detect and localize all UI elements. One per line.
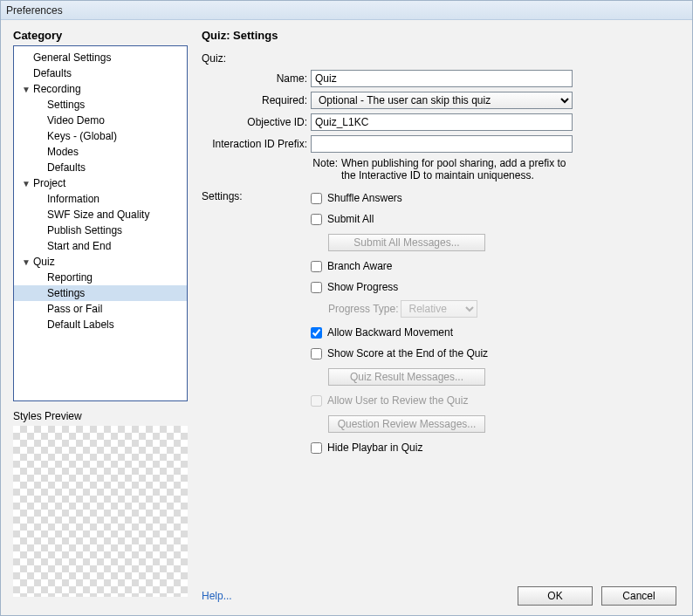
name-input[interactable]: [311, 70, 573, 87]
tree-item-start-end[interactable]: Start and End: [14, 238, 187, 254]
allow-review-checkbox: [311, 395, 322, 407]
category-tree[interactable]: General Settings Defaults ▼Recording Set…: [13, 45, 188, 401]
show-score-row[interactable]: Show Score at the End of the Quiz: [311, 346, 680, 361]
interaction-prefix-input[interactable]: [311, 135, 573, 153]
quiz-subheader: Quiz:: [202, 52, 680, 65]
chevron-down-icon: ▼: [21, 179, 31, 188]
submit-all-label: Submit All: [327, 213, 374, 225]
tree-item-pass-fail[interactable]: Pass or Fail: [14, 301, 187, 317]
allow-backward-checkbox[interactable]: [311, 327, 322, 339]
settings-label: Settings:: [202, 190, 311, 461]
dialog-footer: Help... OK Cancel: [1, 577, 692, 615]
cancel-button[interactable]: Cancel: [601, 586, 676, 606]
tree-item-quiz-settings[interactable]: Settings: [14, 285, 187, 301]
category-title: Category: [13, 29, 188, 42]
tree-item-recording[interactable]: ▼Recording: [14, 81, 187, 97]
tree-item-default-labels[interactable]: Default Labels: [14, 317, 187, 332]
tree-item-modes[interactable]: Modes: [14, 144, 187, 160]
tree-item-video-demo[interactable]: Video Demo: [14, 113, 187, 128]
tree-item-project[interactable]: ▼Project: [14, 175, 187, 191]
allow-backward-label: Allow Backward Movement: [327, 326, 453, 339]
submit-all-checkbox[interactable]: [311, 214, 322, 225]
progress-type-row: Progress Type: Relative: [328, 300, 680, 318]
branch-aware-label: Branch Aware: [327, 260, 393, 272]
allow-review-label: Allow User to Review the Quiz: [327, 394, 468, 407]
hide-playbar-row[interactable]: Hide Playbar in Quiz: [311, 440, 680, 455]
tree-item-keys-global[interactable]: Keys - (Global): [14, 128, 187, 144]
submit-all-row[interactable]: Submit All: [311, 211, 680, 227]
allow-review-row: Allow User to Review the Quiz: [311, 393, 680, 408]
show-progress-label: Show Progress: [327, 281, 398, 293]
branch-aware-row[interactable]: Branch Aware: [311, 258, 680, 274]
question-review-messages-button: Question Review Messages...: [328, 415, 485, 433]
quiz-result-messages-button: Quiz Result Messages...: [328, 368, 485, 386]
shuffle-answers-checkbox[interactable]: [311, 193, 322, 204]
preferences-window: Preferences Category General Settings De…: [0, 0, 693, 616]
chevron-down-icon: ▼: [21, 257, 31, 267]
progress-type-label: Progress Type:: [328, 303, 398, 315]
settings-controls: Shuffle Answers Submit All Submit All Me…: [311, 190, 680, 461]
styles-preview-panel: [13, 426, 188, 597]
name-label: Name:: [202, 72, 311, 85]
ok-button[interactable]: OK: [518, 586, 593, 606]
shuffle-answers-row[interactable]: Shuffle Answers: [311, 190, 680, 206]
tree-item-recording-defaults[interactable]: Defaults: [14, 160, 187, 175]
shuffle-answers-label: Shuffle Answers: [327, 192, 402, 204]
tree-item-quiz[interactable]: ▼Quiz: [14, 254, 187, 270]
main-panel: Quiz: Settings Quiz: Name: Required: Opt…: [198, 29, 680, 577]
allow-backward-row[interactable]: Allow Backward Movement: [311, 325, 680, 340]
content-area: Category General Settings Defaults ▼Reco…: [1, 20, 692, 577]
page-title: Quiz: Settings: [202, 29, 680, 42]
show-progress-checkbox[interactable]: [311, 282, 322, 293]
tree-item-recording-settings[interactable]: Settings: [14, 97, 187, 113]
window-title: Preferences: [1, 1, 692, 20]
note-text: When publishing for pool sharing, add a …: [341, 157, 577, 181]
interaction-prefix-label: Interaction ID Prefix:: [202, 138, 311, 150]
show-score-label: Show Score at the End of the Quiz: [327, 347, 488, 359]
required-label: Required:: [202, 94, 311, 106]
tree-item-reporting[interactable]: Reporting: [14, 270, 187, 285]
show-score-checkbox[interactable]: [311, 348, 322, 359]
progress-type-select: Relative: [401, 300, 477, 318]
help-link[interactable]: Help...: [202, 590, 232, 602]
objective-id-label: Objective ID:: [202, 116, 311, 128]
tree-item-defaults[interactable]: Defaults: [14, 65, 187, 81]
hide-playbar-label: Hide Playbar in Quiz: [327, 441, 422, 454]
branch-aware-checkbox[interactable]: [311, 261, 322, 272]
hide-playbar-checkbox[interactable]: [311, 442, 322, 454]
tree-item-general-settings[interactable]: General Settings: [14, 50, 187, 65]
tree-item-information[interactable]: Information: [14, 191, 187, 207]
submit-all-messages-button: Submit All Messages...: [328, 234, 485, 251]
show-progress-row[interactable]: Show Progress: [311, 279, 680, 295]
tree-item-swf-size[interactable]: SWF Size and Quality: [14, 207, 187, 222]
sidebar: Category General Settings Defaults ▼Reco…: [13, 29, 188, 577]
tree-item-publish-settings[interactable]: Publish Settings: [14, 222, 187, 238]
styles-preview-label: Styles Preview: [13, 410, 188, 422]
chevron-down-icon: ▼: [21, 85, 31, 94]
objective-id-input[interactable]: [311, 113, 573, 131]
note-label: Note:: [202, 157, 341, 181]
required-select[interactable]: Optional - The user can skip this quiz: [311, 92, 573, 109]
